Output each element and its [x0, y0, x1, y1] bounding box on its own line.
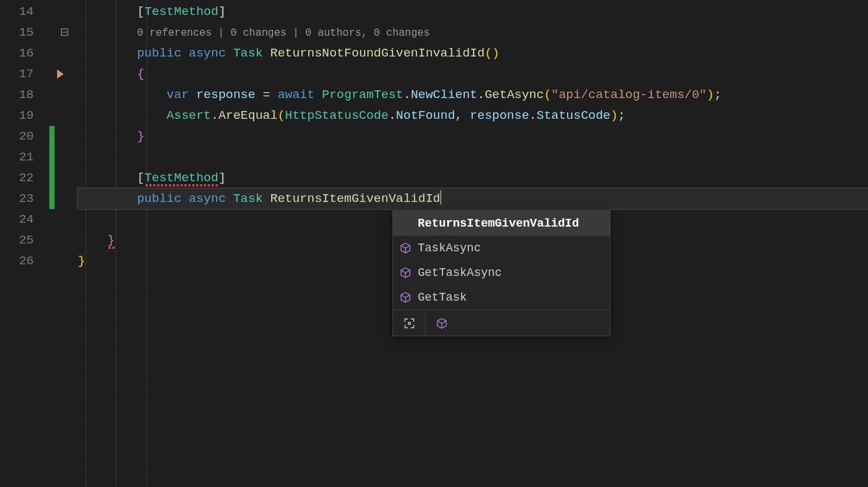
type: Task — [233, 192, 263, 206]
attribute: TestMethod — [145, 171, 219, 186]
method-name: ReturnsItemGivenValidId — [270, 192, 440, 206]
intellisense-label: ReturnsItemGivenValidId — [418, 217, 579, 230]
property: NewClient — [411, 88, 477, 102]
intellisense-popup[interactable]: ReturnsItemGivenValidId TaskAsync GetTas… — [392, 210, 610, 336]
keyword: async — [189, 192, 226, 206]
intellisense-item[interactable]: GetTask — [393, 285, 610, 310]
line-number: 23 — [0, 188, 34, 209]
method-icon — [436, 318, 448, 329]
change-indicator — [49, 126, 54, 147]
intellisense-item[interactable]: TaskAsync — [393, 236, 610, 260]
string-literal: "api/catalog-items/0" — [551, 88, 706, 102]
intellisense-item-selected[interactable]: ReturnsItemGivenValidId — [393, 211, 610, 236]
change-indicator — [49, 168, 54, 188]
method-icon — [400, 267, 411, 279]
code-content[interactable]: [TestMethod] 0 references | 0 changes | … — [78, 0, 868, 487]
expand-button[interactable] — [393, 310, 426, 336]
change-indicator — [49, 147, 54, 168]
svg-rect-0 — [408, 322, 410, 324]
editor-margin — [45, 0, 78, 487]
code-line[interactable] — [78, 43, 868, 64]
intellisense-label: GetTask — [418, 291, 467, 304]
intellisense-label: TaskAsync — [418, 242, 481, 255]
method-call: GetAsync — [485, 88, 544, 102]
line-number: 19 — [0, 105, 34, 126]
code-line-current[interactable]: public async Task ReturnsItemGivenValidI… — [78, 188, 868, 209]
change-indicator — [49, 188, 54, 209]
type: HttpStatusCode — [285, 108, 389, 123]
line-number: 15 — [0, 22, 34, 43]
line-number: 18 — [0, 84, 34, 105]
keyword: await — [278, 88, 315, 102]
code-line[interactable]: var response = await ProgramTest.NewClie… — [78, 84, 868, 105]
breakpoint-icon[interactable] — [57, 69, 64, 79]
intellisense-item[interactable]: GetTaskAsync — [393, 260, 610, 285]
fold-toggle-icon[interactable] — [61, 29, 68, 36]
intellisense-label: GetTaskAsync — [418, 266, 502, 279]
code-line[interactable]: } — [78, 126, 868, 147]
property: StatusCode — [536, 108, 610, 123]
line-number: 24 — [0, 209, 34, 230]
code-line[interactable]: Assert.AreEqual(HttpStatusCode.NotFound,… — [78, 105, 868, 126]
code-line[interactable]: [TestMethod] — [78, 1, 868, 22]
keyword: public — [137, 192, 181, 206]
attribute: TestMethod — [145, 5, 219, 19]
line-number-gutter: 14 15 16 17 18 19 20 21 22 23 24 25 26 — [0, 0, 45, 487]
line-number: 21 — [0, 147, 34, 168]
intellisense-footer — [393, 310, 610, 336]
line-number: 26 — [0, 251, 34, 271]
type: Assert — [167, 108, 211, 123]
code-line[interactable]: [TestMethod] — [78, 168, 868, 188]
line-number: 17 — [0, 64, 34, 84]
code-line[interactable] — [78, 147, 868, 168]
code-line[interactable]: { — [78, 64, 868, 84]
line-number: 14 — [0, 1, 34, 22]
line-number: 16 — [0, 43, 34, 64]
expand-icon — [404, 318, 415, 329]
method-icon — [400, 242, 411, 254]
filter-button[interactable] — [426, 310, 458, 336]
code-editor[interactable]: 14 15 16 17 18 19 20 21 22 23 24 25 26 — [0, 0, 868, 487]
line-number: 22 — [0, 168, 34, 188]
line-number: 20 — [0, 126, 34, 147]
variable: response — [196, 88, 255, 102]
line-number: 25 — [0, 230, 34, 251]
type: ProgramTest — [322, 88, 403, 102]
method-icon — [400, 292, 411, 303]
variable: response — [470, 108, 529, 123]
text-cursor — [440, 190, 441, 205]
code-line[interactable] — [78, 22, 868, 43]
keyword: var — [167, 88, 189, 102]
method-call: AreEqual — [219, 108, 278, 123]
enum-member: NotFound — [396, 108, 455, 123]
